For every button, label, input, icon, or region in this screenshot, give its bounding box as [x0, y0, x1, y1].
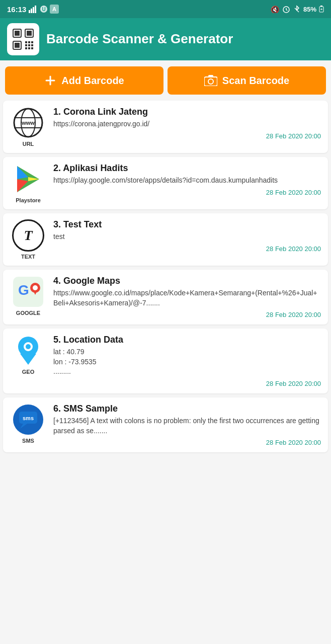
svg-rect-21 [25, 41, 27, 43]
geo-type-label: GEO [22, 369, 34, 375]
url-type-label: URL [23, 141, 34, 147]
signal-icon [29, 5, 38, 13]
scan-barcode-label: Scan Barcode [222, 75, 289, 87]
item-icon-sms: sms SMS [10, 404, 46, 444]
svg-rect-22 [28, 41, 30, 43]
scan-barcode-button[interactable]: Scan Barcode [168, 66, 326, 95]
item-3-url: test [53, 232, 321, 242]
svg-text:+: + [320, 7, 323, 12]
item-icon-google: G GOOGLE [10, 276, 46, 316]
svg-text:sms: sms [23, 415, 34, 421]
item-4-content: 4. Google Maps https://www.google.co.id/… [53, 276, 321, 318]
list-item[interactable]: G GOOGLE 4. Google Maps https://www.goog… [3, 270, 328, 325]
svg-point-33 [208, 79, 213, 84]
list-item[interactable]: Playstore 2. Aplikasi Hadits https://pla… [3, 157, 328, 209]
text-type-label: TEXT [21, 254, 35, 260]
list-item[interactable]: sms SMS 6. SMS Sample [+1123456] A text … [3, 397, 328, 452]
svg-rect-0 [29, 10, 30, 13]
playstore-icon [13, 164, 43, 194]
svg-rect-24 [25, 44, 27, 46]
geo-icon [13, 335, 43, 367]
app-header: Barcode Scanner & Generator [0, 18, 331, 60]
svg-rect-27 [25, 47, 27, 49]
item-6-title: 6. SMS Sample [53, 404, 321, 414]
item-5-content: 5. Location Data lat : 40.79 lon : -73.9… [53, 335, 321, 387]
add-barcode-button[interactable]: Add Barcode [5, 66, 163, 95]
qr-logo-icon [11, 27, 35, 51]
svg-rect-23 [31, 41, 33, 43]
action-buttons-row: Add Barcode Scan Barcode [0, 60, 331, 101]
svg-point-48 [33, 285, 38, 290]
status-bar: 16:13 U A 🔇 85% [0, 0, 331, 18]
item-5-date: 28 Feb 2020 20:00 [53, 380, 321, 387]
app-logo [7, 23, 39, 55]
svg-rect-32 [204, 77, 217, 86]
svg-text:www: www [21, 120, 35, 126]
avatar-icon: A [50, 5, 59, 14]
item-3-title: 3. Test Text [53, 219, 321, 230]
charging-icon: + [319, 6, 324, 13]
camera-icon [204, 75, 217, 86]
item-4-title: 4. Google Maps [53, 276, 321, 286]
google-type-label: GOOGLE [16, 310, 40, 316]
item-icon-text: T TEXT [10, 219, 46, 260]
svg-rect-18 [27, 31, 32, 36]
item-5-title: 5. Location Data [53, 335, 321, 345]
item-icon-geo: GEO [10, 335, 46, 375]
svg-text:G: G [18, 282, 29, 298]
svg-rect-16 [15, 31, 20, 36]
svg-rect-26 [31, 44, 33, 46]
plus-icon [44, 74, 56, 87]
www-icon: www [12, 107, 44, 139]
list-item[interactable]: T TEXT 3. Test Text test 28 Feb 2020 20:… [3, 213, 328, 266]
usb-icon: U [40, 5, 47, 14]
sms-type-label: SMS [22, 438, 34, 444]
svg-rect-13 [320, 6, 322, 7]
svg-text:A: A [52, 6, 56, 12]
svg-rect-1 [31, 9, 32, 13]
item-3-content: 3. Test Text test 28 Feb 2020 20:00 [53, 219, 321, 253]
bluetooth-icon [293, 5, 301, 13]
text-type-icon: T [12, 219, 44, 252]
item-1-content: 1. Corona Link Jateng https://corona.jat… [53, 107, 321, 140]
item-6-content: 6. SMS Sample [+1123456] A text with col… [53, 404, 321, 446]
list-item[interactable]: www URL 1. Corona Link Jateng https://co… [3, 101, 328, 153]
item-6-url: [+1123456] A text with colons is no prob… [53, 416, 321, 436]
svg-rect-2 [33, 7, 34, 13]
svg-text:🔇: 🔇 [271, 6, 280, 13]
svg-text:U: U [42, 7, 46, 12]
list-item[interactable]: GEO 5. Location Data lat : 40.79 lon : -… [3, 329, 328, 393]
app-title: Barcode Scanner & Generator [46, 31, 233, 47]
barcode-list: www URL 1. Corona Link Jateng https://co… [0, 101, 331, 452]
sms-icon: sms [12, 404, 44, 436]
add-barcode-label: Add Barcode [61, 75, 124, 87]
time-display: 16:13 [7, 5, 26, 14]
item-2-content: 2. Aplikasi Hadits https://play.google.c… [53, 163, 321, 196]
item-icon-url: www URL [10, 107, 46, 147]
svg-line-11 [286, 10, 287, 11]
svg-rect-3 [35, 6, 36, 13]
battery-level: 85% [303, 6, 316, 13]
mute-icon: 🔇 [271, 5, 280, 13]
item-3-date: 28 Feb 2020 20:00 [53, 245, 321, 253]
svg-rect-34 [208, 75, 213, 77]
item-4-url: https://www.google.co.id/maps/place/Kode… [53, 288, 321, 308]
svg-rect-20 [15, 43, 20, 48]
item-5-url: lat : 40.79 lon : -73.9535 ......... [53, 347, 321, 377]
item-1-title: 1. Corona Link Jateng [53, 107, 321, 117]
item-6-date: 28 Feb 2020 20:00 [53, 439, 321, 446]
item-icon-playstore: Playstore [10, 163, 46, 203]
svg-point-52 [26, 344, 31, 349]
item-2-date: 28 Feb 2020 20:00 [53, 189, 321, 196]
item-2-url: https://play.google.com/store/apps/detai… [53, 176, 321, 186]
status-right: 🔇 85% + [271, 5, 324, 13]
google-maps-icon: G [12, 276, 44, 308]
alarm-icon [282, 5, 290, 13]
item-2-title: 2. Aplikasi Hadits [53, 163, 321, 174]
svg-rect-29 [31, 47, 33, 49]
playstore-type-label: Playstore [16, 197, 41, 203]
svg-marker-50 [20, 354, 36, 365]
svg-rect-28 [28, 47, 30, 49]
item-1-date: 28 Feb 2020 20:00 [53, 132, 321, 140]
item-1-url: https://corona.jatengprov.go.id/ [53, 119, 321, 129]
